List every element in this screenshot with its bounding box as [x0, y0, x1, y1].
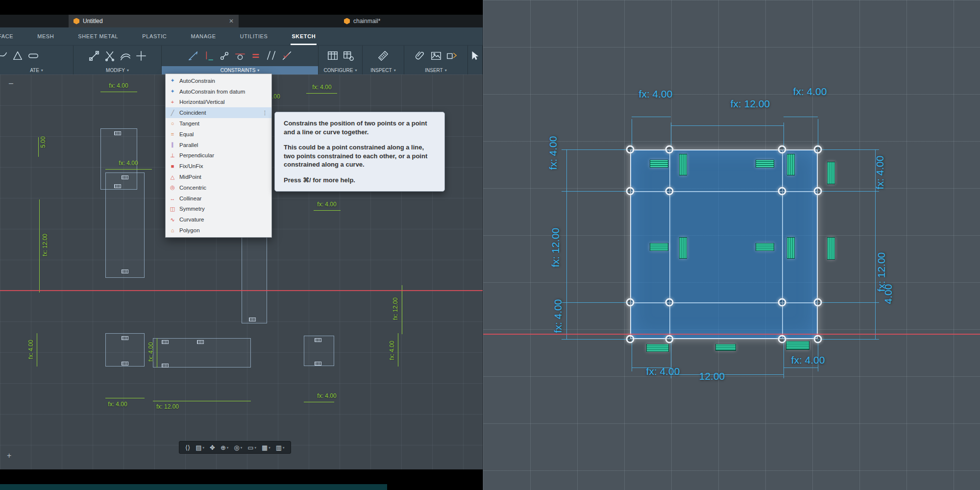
selected-profile[interactable] — [786, 341, 809, 350]
ribbon-tab-utilities[interactable]: UTILITIES — [239, 27, 269, 45]
create-group-label[interactable]: ATE▾ — [0, 66, 73, 74]
x-axis-line[interactable] — [0, 290, 483, 291]
dimension-label[interactable]: 12.00 — [699, 370, 725, 382]
sketch-point[interactable] — [626, 335, 635, 343]
modify-group-label[interactable]: MODIFY▾ — [74, 66, 161, 74]
insert-derive-icon[interactable] — [414, 49, 427, 63]
selected-profile[interactable] — [650, 243, 668, 251]
selected-profile[interactable] — [827, 162, 835, 184]
insert-group-label[interactable]: INSERT▾ — [404, 66, 467, 74]
sketch-point[interactable] — [665, 187, 674, 196]
horizontal-vertical-icon[interactable] — [202, 49, 216, 63]
spline-icon[interactable] — [0, 49, 9, 63]
close-tab-icon[interactable]: ✕ — [229, 18, 234, 24]
menu-item-symmetry[interactable]: ◫Symmetry — [166, 204, 271, 215]
menu-item-concentric[interactable]: ◎Concentric — [166, 182, 271, 193]
menu-item-parallel[interactable]: ∥Parallel — [166, 140, 271, 150]
dimension-label[interactable]: fx: 4.00 — [389, 341, 395, 360]
x-axis-line[interactable] — [483, 334, 980, 335]
dimension-label[interactable]: fx: 4.00 — [646, 366, 680, 377]
inspect-group-label[interactable]: INSPECT▾ — [363, 66, 404, 74]
dimension-label[interactable]: fx: 4.00 — [109, 82, 128, 89]
ribbon-tab-face[interactable]: FACE — [0, 27, 14, 45]
selected-profile[interactable] — [827, 237, 835, 260]
dimension-label[interactable]: fx: 4.00 — [317, 201, 336, 208]
sketch-line[interactable] — [669, 149, 670, 339]
sketch-point[interactable] — [778, 298, 786, 307]
sketch-point[interactable] — [814, 335, 822, 343]
tangent-tool-icon[interactable] — [233, 49, 247, 63]
grid-snaps-icon[interactable]: ▦▾ — [260, 444, 272, 451]
dimension-label[interactable]: fx: 4.00 — [791, 354, 825, 366]
ribbon-tab-mesh[interactable]: MESH — [36, 27, 55, 45]
selected-profile[interactable] — [787, 154, 795, 175]
selected-profile[interactable] — [679, 237, 687, 259]
sketch-point[interactable] — [814, 146, 822, 154]
sketch-dimension-icon[interactable] — [186, 49, 200, 63]
ribbon-tab-manage[interactable]: MANAGE — [190, 27, 217, 45]
notebook-icon[interactable]: ▤▾ — [194, 444, 206, 451]
document-tab[interactable]: Untitled✕ — [69, 15, 239, 27]
configuration-table-icon[interactable] — [326, 49, 340, 63]
dimension-label[interactable]: fx: 4.00 — [27, 340, 34, 359]
look-at-icon[interactable]: ◎▾ — [232, 444, 244, 451]
parallel-tool-icon[interactable] — [265, 49, 278, 63]
menu-item-autoconstrain[interactable]: ✦AutoConstrain — [166, 75, 271, 86]
menu-item-equal[interactable]: =Equal — [166, 129, 271, 140]
configure-group-label[interactable]: CONFIGURE▾ — [318, 66, 362, 74]
menu-item-polygon[interactable]: ⌂Polygon — [166, 225, 271, 236]
select-arrow-icon[interactable] — [468, 49, 482, 63]
dimension-label[interactable]: fx: 4.00 — [793, 86, 827, 98]
sketch-point[interactable] — [814, 298, 822, 307]
dimension-label[interactable]: 5.00 — [40, 136, 47, 147]
dimension-label[interactable]: fx: 12.00 — [392, 297, 399, 320]
selected-profile[interactable] — [650, 160, 668, 168]
dimension-label[interactable]: fx: 4.00 — [317, 392, 336, 399]
equal-tool-icon[interactable] — [249, 49, 263, 63]
dimension-label[interactable]: 4.00 — [882, 284, 894, 304]
selected-profile[interactable] — [679, 154, 687, 175]
selected-profile[interactable] — [756, 160, 774, 168]
cone-icon[interactable] — [11, 49, 24, 63]
sketch-point[interactable] — [665, 298, 674, 307]
sketch-line[interactable] — [630, 191, 818, 192]
ribbon-tab-plastic[interactable]: PLASTIC — [141, 27, 168, 45]
display-settings-icon[interactable]: ▭▾ — [245, 444, 258, 451]
expand-browser-button[interactable]: + — [7, 452, 11, 460]
canvas-image-icon[interactable] — [429, 49, 443, 63]
viewports-icon[interactable]: ▥▾ — [274, 444, 287, 451]
ribbon-tab-sheet-metal[interactable]: SHEET METAL — [77, 27, 119, 45]
scale-icon[interactable] — [87, 49, 101, 63]
ribbon-tab-sketch[interactable]: SKETCH — [291, 27, 317, 45]
menu-item-fix-unfix[interactable]: ■Fix/UnFix — [166, 161, 271, 172]
offset-icon[interactable] — [119, 49, 132, 63]
dimension-label[interactable]: fx: 4.00 — [147, 342, 154, 361]
sketch-point[interactable] — [814, 187, 822, 196]
menu-item-coincident[interactable]: ╱Coincident⋮ — [166, 107, 271, 118]
trim-icon[interactable] — [103, 49, 117, 63]
sketch-point[interactable] — [626, 187, 635, 196]
selected-profile[interactable] — [715, 344, 736, 351]
document-tab[interactable]: chainmail* — [339, 15, 385, 27]
menu-item-perpendicular[interactable]: ⊥Perpendicular — [166, 150, 271, 161]
selected-profile[interactable] — [787, 237, 795, 259]
sketch-point[interactable] — [626, 146, 635, 154]
dimension-label[interactable]: fx: 12.00 — [550, 228, 562, 268]
sketch-rectangle[interactable] — [105, 172, 145, 278]
measure-icon[interactable] — [376, 49, 390, 63]
sketch-canvas-right[interactable]: fx: 4.00fx: 12.00fx: 4.00fx: 4.00fx: 12.… — [483, 0, 980, 490]
more-options-icon[interactable]: ⋮ — [262, 110, 268, 116]
sketch-point[interactable] — [778, 187, 786, 196]
menu-item-collinear[interactable]: ↔Collinear — [166, 193, 271, 204]
orbit-icon[interactable]: ⊕▾ — [219, 444, 230, 451]
dimension-label[interactable]: fx: 4.00 — [874, 156, 886, 190]
menu-item-tangent[interactable]: ○Tangent — [166, 118, 271, 129]
sketch-line[interactable] — [630, 302, 818, 303]
menu-item-horizontal-vertical[interactable]: +Horizontal/Vertical — [166, 97, 271, 108]
menu-item-curvature[interactable]: ∿Curvature — [166, 214, 271, 225]
dimension-label[interactable]: fx: 12.00 — [42, 234, 49, 256]
dimension-label[interactable]: fx: 4.00 — [547, 136, 559, 170]
select-group-label[interactable] — [468, 66, 482, 74]
sketch-point[interactable] — [778, 146, 786, 154]
sketch-line[interactable] — [782, 149, 783, 339]
